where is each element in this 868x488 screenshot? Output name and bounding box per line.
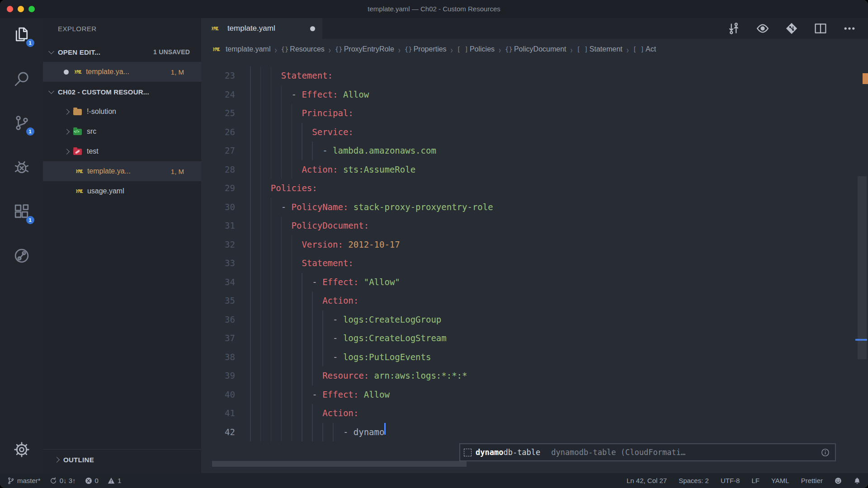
code-token: Effect: [322,273,359,292]
code-token: 2012-10-17 [348,235,400,254]
activity-badge: 1 [26,39,34,47]
code-token: - [322,141,333,160]
line-number: 28 [201,160,235,179]
tree-item--solution[interactable]: !-solution [43,102,201,122]
breadcrumb-separator: › [274,44,277,55]
status-encoding[interactable]: UTF-8 [721,477,740,484]
code-token: - [343,423,354,442]
code-area[interactable]: 23 Statement:24 - Effect: Allow25 Princi… [201,60,858,441]
status-cursor-position[interactable]: Ln 42, Col 27 [627,477,667,484]
open-editor-item[interactable]: YMLtemplate.ya...1, M [43,62,201,82]
activity-item-source-control[interactable]: 1 [8,109,35,136]
status-feedback[interactable] [835,477,842,484]
line-number: 39 [201,366,235,385]
code-token: "Allow" [364,273,400,292]
status-branch[interactable]: master* [7,477,41,484]
code-token: logs:CreateLogStream [343,329,447,348]
code-line-39: 39 Resource: arn:aws:logs:*:*:* [201,366,858,385]
code-line-34: 34 - Effect: "Allow" [201,273,858,292]
activity-item-extensions[interactable]: 1 [8,198,35,225]
folder-icon-test [73,149,82,155]
code-token [348,198,353,217]
code-token: Principal: [302,104,353,123]
status-label: master* [17,477,41,484]
code-token: Action: [302,160,338,179]
editor-action-more-actions[interactable] [843,22,856,35]
code-token: Action: [322,404,359,423]
status-formatter[interactable]: Prettier [801,477,823,484]
code-line-30: 30 - PolicyName: stack-proxy-proxyentry-… [201,198,858,217]
breadcrumb-item-template-yaml[interactable]: YMLtemplate.yaml [212,45,270,53]
status-eol[interactable]: LF [751,477,760,484]
section-label: CH02 - CUSTOM RESOUR... [58,88,149,96]
breadcrumb-item-resources[interactable]: {}Resources [281,45,324,53]
status-problems-errors[interactable]: 0 [85,477,99,484]
activity-item-settings[interactable] [8,436,35,463]
git-diamond-icon [785,22,798,35]
tree-item-template-ya-[interactable]: YMLtemplate.ya...1, M [43,161,201,181]
breadcrumb-item-proxyentryrole[interactable]: {}ProxyEntryRole [335,45,394,53]
line-number: 24 [201,85,235,104]
yaml-file-icon: YML [75,169,84,174]
code-line-31: 31 PolicyDocument: [201,216,858,235]
status-notifications[interactable] [854,477,861,484]
activity-bar-bottom [0,436,43,463]
breadcrumb-item-policies[interactable]: [ ]Policies [457,45,495,53]
code-token: Service: [312,123,354,142]
tree-item-test[interactable]: test [43,141,201,161]
diff-icon [727,22,740,35]
vertical-scrollbar[interactable] [858,176,867,359]
activity-badge: 1 [26,216,34,224]
tab-template-yaml[interactable]: YML template.yaml [201,18,322,39]
activity-item-git-circle[interactable] [8,242,35,269]
editor-action-open-changes[interactable] [727,22,741,35]
breadcrumb-item-statement[interactable]: [ ]Statement [577,45,623,53]
code-line-25: 25 Principal: [201,104,858,123]
git-decoration: 1, M [171,68,184,76]
suggest-item-detail: dynamodb-table (CloudFormati… [551,448,817,457]
breadcrumb-item-policydocument[interactable]: {}PolicyDocument [505,45,566,53]
breadcrumb-item-properties[interactable]: {}Properties [405,45,447,53]
indent-guides [250,66,281,85]
code-token: Version: [302,235,343,254]
code-line-32: 32 Version: 2012-10-17 [201,235,858,254]
line-number: 27 [201,141,235,160]
editor-action-split-editor[interactable] [814,22,827,35]
activity-item-debug[interactable] [8,154,35,181]
sync-icon [50,477,57,484]
tree-item-src[interactable]: src [43,122,201,141]
code-token: - [281,198,292,217]
breadcrumb-separator: › [627,44,629,55]
suggest-widget[interactable]: dynamo db-table dynamodb-table (CloudFor… [459,443,836,461]
vscode-window: template.yaml — Ch02 - Custom Resources … [0,0,868,488]
breadcrumb-item-act[interactable]: [ ]Act [633,45,656,53]
status-language-mode[interactable]: YAML [771,477,789,484]
breadcrumb-separator: › [499,44,501,55]
activity-item-search[interactable] [8,65,35,92]
circle-git-icon [14,248,29,263]
activity-item-explorer[interactable]: 1 [8,21,35,48]
tree-item-usage-yaml[interactable]: YMLusage.yaml [43,181,201,201]
suggest-item-match: dynamo [476,448,503,457]
file-label: template.ya... [87,167,131,175]
outline-section-header[interactable]: OUTLINE [43,449,201,470]
status-indentation[interactable]: Spaces: 2 [679,477,709,484]
section-header-open-editors[interactable]: OPEN EDIT...1 UNSAVED [43,42,201,62]
info-icon[interactable] [821,448,830,457]
editor-action-toggle-blame[interactable] [756,22,769,35]
indent-guides [250,348,333,367]
code-line-27: 27 - lambda.amazonaws.com [201,141,858,160]
breadcrumb-separator: › [329,44,331,55]
code-line-42: 42 - dynamo [201,423,858,442]
status-problems-warnings[interactable]: 1 [108,477,121,484]
modified-indicator-dot[interactable] [310,26,315,31]
code-line-24: 24 - Effect: Allow [201,85,858,104]
code-line-26: 26 Service: [201,123,858,142]
code-line-28: 28 Action: sts:AssumeRole [201,160,858,179]
status-sync[interactable]: 0↓ 3↑ [50,477,76,484]
editor-action-git-graph[interactable] [785,22,798,35]
section-header-workspace[interactable]: CH02 - CUSTOM RESOUR... [43,82,201,102]
outline-label: OUTLINE [63,456,94,464]
split-icon [814,22,827,35]
horizontal-scrollbar[interactable] [212,461,467,467]
